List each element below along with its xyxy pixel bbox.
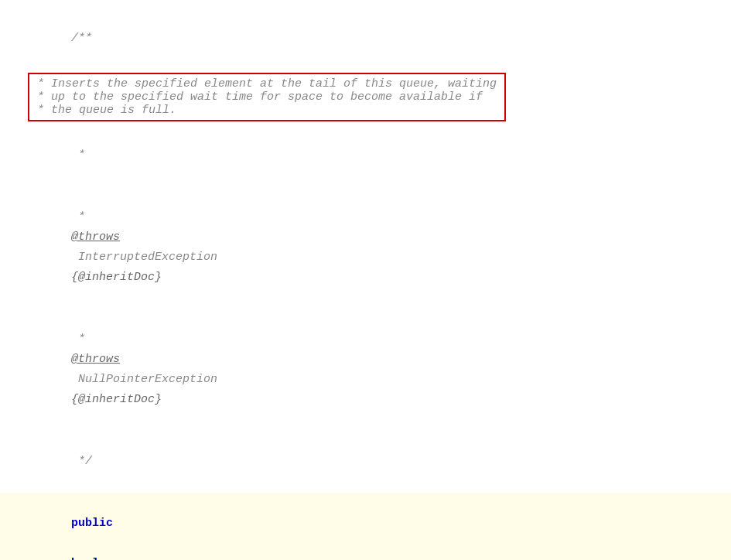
plain-space	[71, 537, 78, 550]
comment-red-box: * Inserts the specified element at the t…	[28, 73, 506, 121]
comment-text: InterruptedException	[71, 251, 224, 264]
comment-line-text: * Inserts the specified element at the t…	[37, 77, 497, 90]
comment-box-line2: * up to the specified wait time for spac…	[37, 90, 497, 104]
code-line: /**	[0, 8, 731, 70]
javadoc-link: {@inheritDoc}	[71, 271, 162, 284]
comment-text: /**	[71, 32, 92, 45]
code-line: */	[0, 431, 731, 493]
comment-text: NullPointerException	[71, 373, 224, 386]
line-content: * @throws InterruptedException {@inherit…	[23, 187, 731, 308]
comment-text: *	[71, 210, 92, 224]
keyword-public: public	[71, 517, 113, 530]
line-content: */	[23, 432, 731, 492]
comment-text: *	[71, 333, 92, 346]
code-line: * @throws InterruptedException {@inherit…	[0, 186, 731, 309]
keyword-boolean: boolean	[71, 557, 120, 560]
javadoc-tag: @throws	[71, 353, 120, 366]
code-line: * @throws NullPointerException {@inherit…	[0, 309, 731, 431]
comment-box-line1: * Inserts the specified element at the t…	[37, 77, 497, 90]
javadoc-link: {@inheritDoc}	[71, 393, 162, 406]
line-content: public boolean offer (E e, long timeout,…	[23, 493, 731, 560]
method-signature-line: public boolean offer (E e, long timeout,…	[0, 493, 731, 560]
comment-box-line3: * the queue is full.	[37, 104, 497, 117]
comment-text: *	[71, 149, 85, 162]
comment-text: */	[71, 455, 92, 468]
code-container: /** * Inserts the specified element at t…	[0, 0, 731, 560]
code-line: *	[0, 125, 731, 186]
line-content: *	[23, 125, 731, 186]
javadoc-tag: @throws	[71, 230, 120, 244]
comment-line-text: * up to the specified wait time for spac…	[37, 90, 483, 104]
comment-line-text: * the queue is full.	[37, 104, 176, 117]
line-content: * @throws NullPointerException {@inherit…	[23, 309, 731, 430]
line-content: /**	[23, 9, 731, 69]
